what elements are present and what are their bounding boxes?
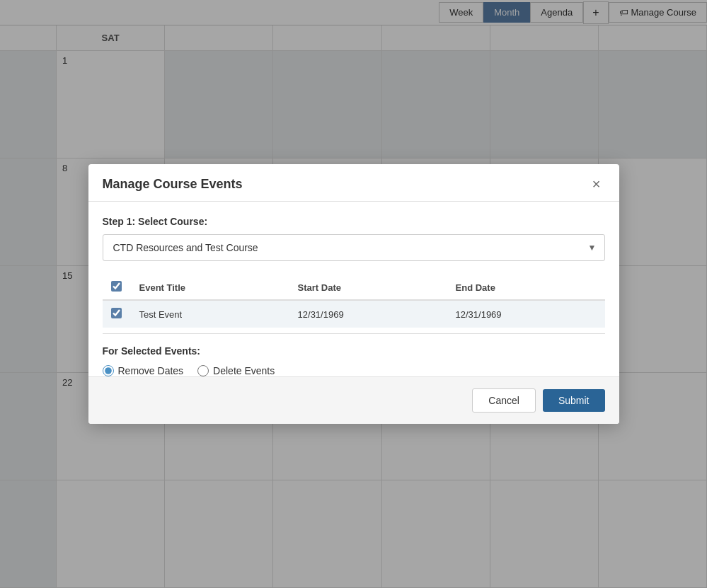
submit-button[interactable]: Submit [543, 389, 605, 412]
table-header-row: Event Title Start Date End Date [103, 275, 605, 300]
event-end-date-cell: 12/31/1969 [447, 300, 605, 328]
event-start-date-cell: 12/31/1969 [289, 300, 447, 328]
modal-footer: Cancel Submit [88, 376, 619, 424]
course-select[interactable]: CTD Resources and Test Course [103, 234, 605, 261]
modal-body: Step 1: Select Course: CTD Resources and… [88, 202, 619, 376]
table-divider [103, 333, 605, 334]
remove-dates-radio[interactable] [103, 365, 114, 376]
delete-events-radio[interactable] [197, 365, 209, 376]
col-header-checkbox [103, 275, 131, 300]
modal-overlay: Manage Course Events × Step 1: Select Co… [0, 0, 707, 588]
remove-dates-label: Remove Dates [118, 365, 184, 376]
course-select-wrapper: CTD Resources and Test Course ▼ [103, 234, 605, 261]
manage-course-events-modal: Manage Course Events × Step 1: Select Co… [88, 164, 619, 424]
col-header-event-title: Event Title [131, 275, 289, 300]
remove-dates-option[interactable]: Remove Dates [103, 365, 184, 376]
step1-label: Step 1: Select Course: [103, 216, 605, 227]
radio-group: Remove Dates Delete Events [103, 365, 605, 376]
modal-close-button[interactable]: × [588, 175, 605, 192]
delete-events-label: Delete Events [213, 365, 275, 376]
modal-title: Manage Course Events [103, 177, 243, 192]
col-header-start-date: Start Date [289, 275, 447, 300]
row-checkbox-cell [103, 300, 131, 328]
event-row-checkbox[interactable] [111, 308, 122, 318]
table-row: Test Event 12/31/1969 12/31/1969 [103, 300, 605, 328]
event-title-cell: Test Event [131, 300, 289, 328]
modal-header: Manage Course Events × [88, 164, 619, 202]
delete-events-option[interactable]: Delete Events [197, 365, 275, 376]
events-table: Event Title Start Date End Date Test Eve… [103, 275, 605, 328]
cancel-button[interactable]: Cancel [472, 388, 536, 413]
col-header-end-date: End Date [447, 275, 605, 300]
for-selected-label: For Selected Events: [103, 345, 605, 357]
select-all-checkbox[interactable] [111, 281, 122, 292]
